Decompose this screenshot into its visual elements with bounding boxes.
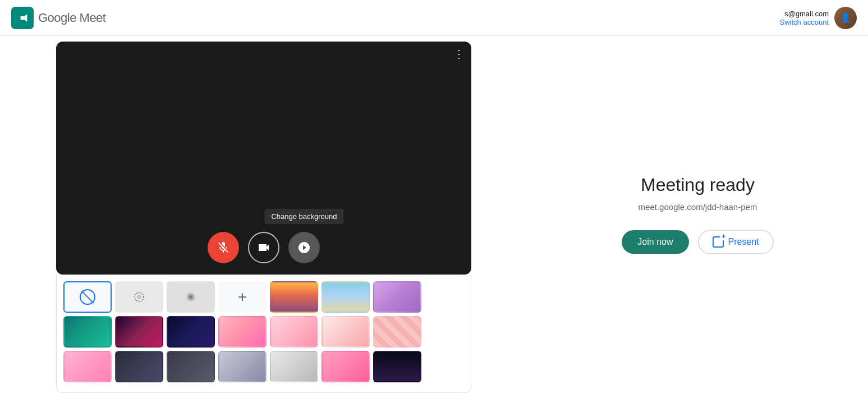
meeting-link: meet.google.com/jdd-haan-pem [639,202,757,212]
video-controls: Change background [208,232,320,263]
bg-option-tunnel[interactable] [115,351,163,382]
bg-row-1: + [63,281,464,313]
bg-option-white-room[interactable] [270,351,318,382]
avatar-image: 👤 [834,7,857,29]
present-icon: + [713,236,724,248]
main-content: ⋮ Change background [0,36,868,393]
right-panel: Meeting ready meet.google.com/jdd-haan-p… [527,36,868,393]
bg-option-city-night[interactable] [373,351,421,382]
change-background-tooltip: Change background [264,209,343,224]
bg-option-pink-pastel[interactable] [322,316,370,348]
bg-option-tower[interactable] [218,351,267,382]
bg-option-beach[interactable] [322,281,370,313]
present-button[interactable]: + Present [698,230,774,254]
camera-toggle-button[interactable] [248,232,279,263]
meeting-status-title: Meeting ready [641,175,755,195]
avatar[interactable]: 👤 [834,7,857,29]
mic-toggle-button[interactable] [208,232,239,263]
svg-point-5 [190,296,192,298]
bg-option-sunset[interactable] [270,281,318,313]
bg-option-fireworks[interactable] [167,316,215,348]
bg-option-add-custom[interactable]: + [218,281,267,313]
header: Google Meet s@gmail.com Switch account 👤 [0,0,868,36]
svg-point-2 [137,295,141,299]
video-preview: ⋮ Change background [56,42,471,275]
bg-option-blur-full[interactable] [167,281,215,313]
bg-option-pink-field[interactable] [322,351,370,382]
action-buttons: Join now + Present [622,230,773,254]
user-email: s@gmail.com [784,10,829,18]
bg-row-3 [63,351,464,382]
bg-option-nebula[interactable] [115,316,163,348]
header-left: Google Meet [11,7,105,29]
bg-option-none[interactable] [63,281,112,313]
background-effect-icon [297,241,311,254]
bg-option-flowers[interactable] [218,316,267,348]
present-add-icon: + [720,232,728,240]
bg-row-2 [63,316,464,348]
no-bg-icon [80,289,95,305]
bg-option-pink-flowers2[interactable] [63,351,112,382]
switch-account-link[interactable]: Switch account [780,18,829,26]
add-bg-icon: + [238,288,247,306]
mic-off-icon [217,241,230,254]
bg-option-teal[interactable] [63,316,112,348]
bg-option-blur-slight[interactable] [115,281,163,313]
join-now-button[interactable]: Join now [622,230,688,254]
bg-option-pink-grid[interactable] [373,316,421,348]
change-background-button[interactable] [288,232,320,263]
header-user: s@gmail.com Switch account 👤 [780,7,857,29]
app-title: Google Meet [38,11,105,25]
background-btn-container: Change background [288,232,320,263]
google-meet-logo-icon [11,7,34,29]
more-options-button[interactable]: ⋮ [453,48,465,60]
bg-option-cherry-blossom[interactable] [270,316,318,348]
bg-option-street[interactable] [167,351,215,382]
present-label: Present [728,237,759,247]
background-picker: + [56,275,471,393]
camera-icon [257,241,270,254]
bg-option-purple-clouds[interactable] [373,281,421,313]
blur-slight-icon [129,289,149,305]
left-panel: ⋮ Change background [0,36,527,393]
blur-full-icon [181,289,201,305]
